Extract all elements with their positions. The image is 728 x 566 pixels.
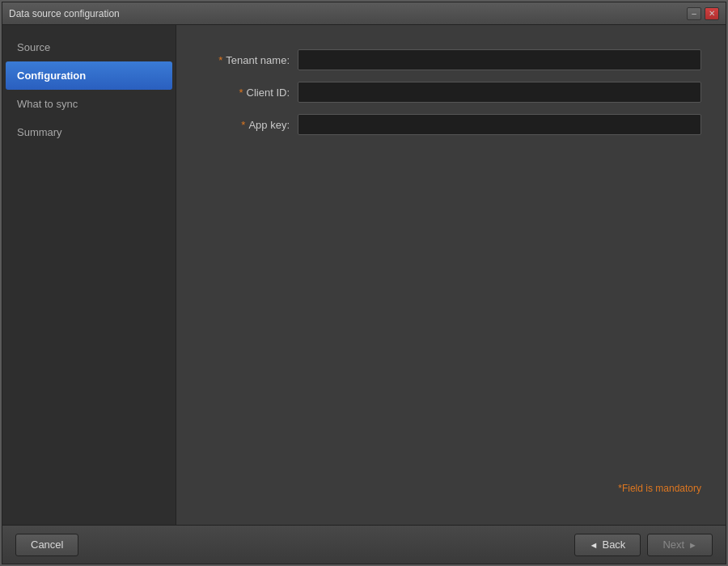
close-button[interactable]: ✕ (705, 7, 719, 20)
back-arrow: ◄ (590, 540, 599, 550)
client-required-star: * (239, 87, 243, 99)
form-section: *Tenant name: *Client ID: *App key: (201, 49, 701, 483)
titlebar-controls: – ✕ (687, 7, 719, 20)
footer: Cancel ◄ Back Next ► (2, 525, 726, 564)
cancel-button[interactable]: Cancel (15, 534, 78, 556)
main-panel: *Tenant name: *Client ID: *App key: (176, 25, 726, 525)
mandatory-note: *Field is mandatory (201, 483, 701, 501)
app-key-input[interactable] (298, 114, 701, 135)
tenant-required-star: * (218, 54, 222, 66)
footer-left: Cancel (15, 534, 78, 556)
titlebar: Data source configuration – ✕ (2, 2, 726, 25)
app-key-label: *App key: (201, 119, 298, 131)
tenant-name-row: *Tenant name: (201, 49, 701, 70)
window-title: Data source configuration (9, 8, 120, 19)
next-arrow: ► (688, 540, 697, 550)
client-id-label: *Client ID: (201, 87, 298, 99)
tenant-name-input[interactable] (298, 49, 701, 70)
sidebar-item-configuration[interactable]: Configuration (6, 61, 172, 90)
window: Data source configuration – ✕ Source Con… (2, 2, 726, 564)
tenant-name-label: *Tenant name: (201, 54, 298, 66)
client-id-row: *Client ID: (201, 82, 701, 103)
minimize-button[interactable]: – (687, 7, 701, 20)
back-button[interactable]: ◄ Back (574, 534, 641, 556)
footer-right: ◄ Back Next ► (574, 534, 713, 556)
sidebar-item-what-to-sync[interactable]: What to sync (2, 90, 176, 118)
client-id-input[interactable] (298, 82, 701, 103)
sidebar-item-source[interactable]: Source (2, 33, 176, 61)
appkey-required-star: * (241, 119, 245, 131)
app-key-row: *App key: (201, 114, 701, 135)
content-area: Source Configuration What to sync Summar… (2, 25, 726, 525)
sidebar-item-summary[interactable]: Summary (2, 118, 176, 146)
sidebar: Source Configuration What to sync Summar… (2, 25, 176, 525)
next-button[interactable]: Next ► (647, 534, 713, 556)
